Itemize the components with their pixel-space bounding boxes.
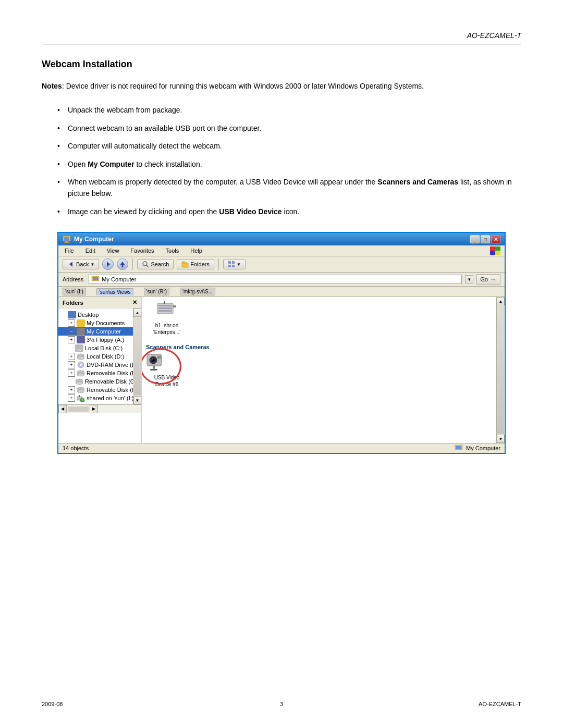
- scroll-thumb[interactable]: [134, 317, 141, 396]
- windows-screenshot: My Computer _ □ ✕ File Edit View Favorit…: [57, 232, 506, 454]
- win-main-panel: b1_shr on'Enterpris...' Scanners and Cam…: [142, 297, 496, 443]
- svg-point-32: [77, 373, 84, 376]
- expand-my-computer[interactable]: −: [68, 328, 75, 335]
- footer: 2009-08 3 AO-EZCAMEL-T: [42, 701, 521, 707]
- tree-item-desktop[interactable]: Desktop: [58, 311, 133, 319]
- scanners-section-label: Scanners and Cameras: [146, 344, 492, 350]
- menu-file[interactable]: File: [63, 246, 76, 255]
- svg-rect-40: [79, 395, 80, 397]
- up-button[interactable]: [117, 258, 128, 270]
- minimize-button[interactable]: _: [470, 235, 480, 243]
- main-scrollbar[interactable]: ▲ ▼: [496, 297, 505, 443]
- svg-rect-58: [456, 446, 461, 449]
- toolbar-separator: [132, 258, 133, 270]
- forward-icon: [105, 261, 111, 268]
- menu-edit[interactable]: Edit: [83, 246, 97, 255]
- tree-item-dvd[interactable]: + DVD-RAM Drive (E:): [58, 361, 133, 369]
- desktop-icon: [68, 311, 76, 318]
- removable-g-icon: [75, 378, 83, 385]
- bold-scanners: Scanners and Cameras: [377, 178, 458, 186]
- usb-video-device-icon-item[interactable]: USB VideoDevice #6: [146, 353, 188, 388]
- bullet-text: Connect webcam to an available USB port …: [68, 124, 261, 132]
- main-scroll-up[interactable]: ▲: [497, 297, 505, 305]
- expand-dvd[interactable]: +: [68, 361, 75, 368]
- scanners-icons-area: USB VideoDevice #6: [146, 353, 492, 388]
- views-icon: [228, 261, 235, 268]
- usb-device-label: USB VideoDevice #6: [146, 374, 188, 388]
- tree-item-shared-sun[interactable]: + S shared on 'sun' (I:): [58, 394, 133, 402]
- search-label: Search: [151, 261, 169, 267]
- network-drive-icon-item[interactable]: b1_shr on'Enterpris...': [146, 301, 188, 336]
- forward-button[interactable]: [102, 258, 114, 270]
- tree-item-floppy[interactable]: + 3½ Floppy (A:): [58, 336, 133, 344]
- close-button[interactable]: ✕: [491, 235, 500, 243]
- scroll-right-button[interactable]: ▶: [90, 405, 98, 413]
- go-label: Go: [480, 276, 488, 282]
- svg-rect-47: [164, 301, 165, 304]
- svg-rect-18: [228, 265, 231, 267]
- expand-removable-h[interactable]: +: [68, 386, 75, 393]
- menu-favorites[interactable]: Favorites: [128, 246, 156, 255]
- shared-sun-icon: S: [77, 394, 85, 402]
- win-statusbar: 14 objects My Computer: [58, 443, 505, 453]
- scroll-down-button[interactable]: ▼: [133, 396, 141, 404]
- tab-sun-i[interactable]: 'sun' (I:): [63, 288, 86, 295]
- address-dropdown[interactable]: ▼: [465, 275, 473, 283]
- removable-h-icon: [77, 386, 85, 393]
- expand-disk-d[interactable]: +: [68, 353, 75, 360]
- main-scroll-down[interactable]: ▼: [497, 435, 505, 443]
- tree-item-disk-d[interactable]: + Local Disk (D:): [58, 352, 133, 361]
- menu-view[interactable]: View: [105, 246, 121, 255]
- maximize-button[interactable]: □: [481, 235, 490, 243]
- svg-point-24: [76, 348, 83, 351]
- back-icon: [67, 261, 75, 268]
- svg-rect-1: [64, 237, 69, 241]
- status-computer-icon: [455, 445, 463, 452]
- tree-item-removable-h[interactable]: + Removable Disk (H:): [58, 386, 133, 394]
- svg-rect-5: [495, 246, 500, 251]
- views-button[interactable]: ▼: [223, 259, 246, 269]
- tab-sun-views[interactable]: 'sun\us Views: [96, 288, 133, 295]
- menu-tools[interactable]: Tools: [164, 246, 181, 255]
- search-button[interactable]: Search: [137, 259, 174, 269]
- tab-mktg[interactable]: 'mktg-svr\S...: [180, 288, 215, 295]
- svg-point-29: [80, 364, 82, 366]
- tree-item-removable-g[interactable]: Removable Disk (G:): [58, 377, 133, 386]
- main-icons-area: b1_shr on'Enterpris...': [146, 301, 492, 336]
- sidebar-scrollbar[interactable]: ▲ ▼: [133, 309, 141, 404]
- back-label: Back: [76, 261, 89, 267]
- scroll-up-button[interactable]: ▲: [133, 309, 141, 317]
- win-content: Folders ✕ Desktop +: [58, 297, 505, 443]
- tree-item-removable-f[interactable]: + Removable Disk (F:): [58, 369, 133, 377]
- main-scroll-thumb[interactable]: [497, 306, 504, 434]
- go-button[interactable]: Go →: [476, 274, 500, 285]
- menu-help[interactable]: Help: [188, 246, 204, 255]
- expand-shared-sun[interactable]: +: [68, 394, 75, 402]
- svg-rect-4: [490, 246, 495, 251]
- scroll-left-button[interactable]: ◀: [58, 405, 67, 413]
- expand-removable-f[interactable]: +: [68, 369, 75, 377]
- page-title: Webcam Installation: [42, 59, 521, 70]
- folders-icon: [181, 261, 189, 268]
- sidebar-hscroll[interactable]: ◀ ▶: [58, 404, 141, 413]
- svg-rect-14: [182, 263, 188, 267]
- folders-button[interactable]: Folders: [177, 259, 214, 269]
- hscroll-thumb[interactable]: [68, 406, 89, 412]
- address-input[interactable]: My Computer: [89, 275, 462, 284]
- tree-label-disk-c: Local Disk (C:): [85, 345, 123, 351]
- win-controls[interactable]: _ □ ✕: [470, 235, 500, 243]
- back-button[interactable]: Back ▼: [63, 259, 99, 269]
- tree-item-my-documents[interactable]: + My Documents: [58, 319, 133, 327]
- tab-sun-r[interactable]: 'sun' (R:): [144, 288, 169, 295]
- expand-my-documents[interactable]: +: [68, 319, 75, 327]
- status-objects: 14 objects: [63, 445, 89, 451]
- sidebar-close-button[interactable]: ✕: [132, 299, 137, 306]
- bullet-text: Image can be viewed by clicking and open…: [68, 207, 299, 216]
- expand-floppy[interactable]: +: [68, 336, 75, 343]
- tree-item-disk-c[interactable]: Local Disk (C:): [58, 344, 133, 352]
- svg-rect-2: [65, 241, 68, 242]
- tree-label-my-documents: My Documents: [87, 320, 125, 326]
- tree-label-desktop: Desktop: [78, 312, 99, 318]
- svg-rect-6: [490, 251, 495, 255]
- tree-item-my-computer[interactable]: − My Computer: [58, 327, 133, 336]
